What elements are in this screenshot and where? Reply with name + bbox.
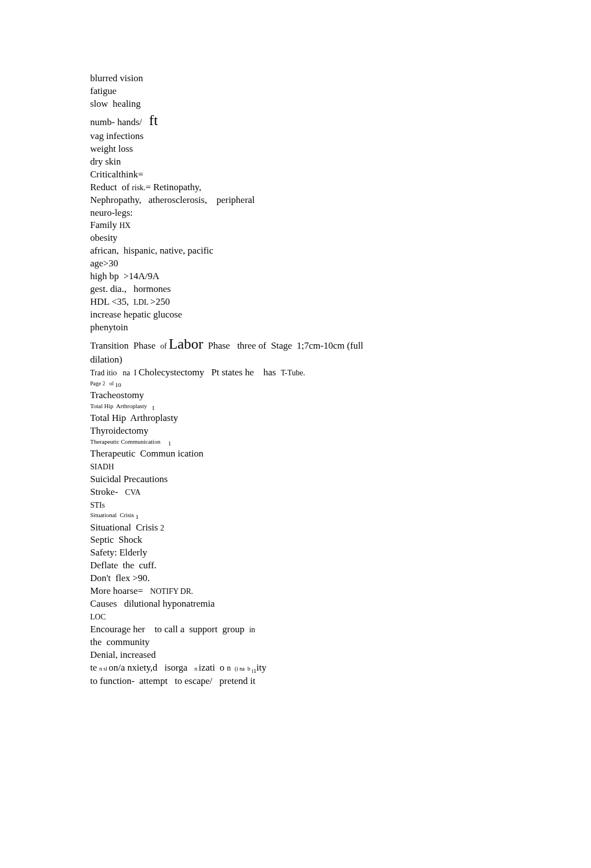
text-segment: escape/ [185,676,220,686]
list-item-text: age>30 [90,257,118,270]
text-segment: 1 [168,440,171,447]
text-segment: to function- attempt to [90,676,185,686]
text-segment: Therapeutic Communication [90,438,168,445]
text-segment: Cholecystectomy [139,367,211,378]
list-item-text: phenytoin [90,321,128,334]
list-item-text: Deflate the cuff. [90,559,156,572]
text-segment: HDL <35, [90,296,134,307]
list-item-text: vag infections [90,130,144,143]
text-segment: states he has [221,367,280,378]
list-item-text: Therapeutic Commun ication [90,448,203,460]
list-item-text: to function- attempt to escape/ pretend … [90,675,255,688]
text-segment: risk. [132,183,146,192]
list-item: weight loss [72,143,591,156]
text-segment: Tracheostomy [90,390,144,400]
text-segment: to [155,624,164,634]
list-item-text: STIs [90,499,105,512]
text-segment: of [160,342,169,350]
text-segment: on/a nxiety,d isorga [109,662,194,673]
list-item: dry skin [72,156,591,168]
text-segment: Labor [169,336,203,352]
list-item-text: increase hepatic glucose [90,309,182,321]
list-item: More hoarse= NOTIFY DR. [72,585,591,598]
text-segment: Phase three of Stage 1;7cm-10cm (full [203,340,363,351]
list-item-text: Septic Shock [90,534,142,547]
text-segment: T-Tube. [280,369,305,377]
list-item: increase hepatic glucose [72,309,591,321]
text-segment: Suicidal Precautions [90,474,168,484]
text-segment: n [195,666,199,672]
list-item-text: Tracheostomy [90,389,144,402]
text-segment: i1 [252,667,257,674]
text-segment: phenytoin [90,322,128,333]
list-item-text: Total Hip Arthroplasty [90,412,178,425]
text-segment: vag [90,131,106,141]
list-item: african, hispanic, native, pacific [72,245,591,257]
text-segment: african, hispanic, native, pacific [90,245,213,256]
list-item: Reduct of risk.= Retinopathy, [72,181,591,194]
text-segment: slow healing [90,98,141,109]
list-item-text: neuro-legs: [90,207,132,220]
text-segment: = Retinopathy, [146,182,201,192]
list-item-text: high bp >14A/9A [90,270,159,283]
text-segment: 1 [136,514,139,520]
text-segment: high bp >14A/9A [90,271,159,281]
list-item-text: Safety: Elderly [90,547,147,559]
list-item: phenytoin [72,321,591,334]
list-item-text: Trad itio na I Cholecystectomy Pt states… [90,366,305,379]
list-item-text: african, hispanic, native, pacific [90,245,213,257]
list-item-text: Thyroidectomy [90,425,149,438]
list-item: te n sl on/a nxiety,d isorga n izati o n… [72,662,591,675]
text-segment: of [122,182,132,192]
list-item-text: Criticalthink= [90,168,144,181]
list-item: Thyroidectomy [72,425,591,438]
list-item-text: slow healing [90,98,141,111]
list-item: blurred vision [72,72,591,85]
list-item-text: Suicidal Precautions [90,473,168,486]
list-item: dilation) [72,354,591,366]
text-segment: ft [149,112,158,128]
text-segment: neuro-legs: [90,207,132,218]
text-segment: Encourage her [90,624,155,634]
text-segment: CVA [125,488,141,497]
text-segment: Page 2 ol [90,380,115,386]
text-segment: Family [90,220,119,230]
text-segment: pretend it [219,676,255,686]
list-item: Denial, increased [72,649,591,662]
text-segment: increase hepatic glucose [90,309,182,320]
text-segment: Septic Shock [90,534,142,545]
text-segment: loss [119,143,133,154]
list-item: to function- attempt to escape/ pretend … [72,675,591,688]
text-segment: Trad itio na I [90,369,139,377]
text-segment: ity [257,662,267,673]
text-segment: SIADH [90,463,114,471]
text-segment: infections [106,131,144,141]
list-item-text: Family HX [90,219,131,232]
list-item: Septic Shock [72,534,591,547]
list-item-text: Therapeutic Communication 1 [90,438,171,448]
list-item-text: Page 2 ol 10 [90,379,121,389]
list-item: vag infections [72,130,591,143]
text-segment: call [164,624,180,634]
text-segment: Reduct [90,182,122,192]
text-segment: 10 [115,381,121,388]
text-segment: obesity [90,232,117,243]
list-item: Tracheostomy [72,389,591,402]
text-segment: Pt [211,367,221,378]
text-segment: n sl [100,666,109,672]
list-item-text: fatigue [90,85,116,98]
text-segment: HX [119,221,130,230]
text-segment: Safety: Elderly [90,547,147,558]
text-segment: (i na b [235,666,252,672]
bulleted-list: blurred visionfatigueslow healingnumb- h… [72,72,591,688]
list-item: slow healing [72,98,591,111]
list-item: Therapeutic Communication 1 [72,438,591,448]
list-item-text: Stroke- CVA [90,486,141,499]
text-segment: gest. dia., hormones [90,284,171,294]
list-item-text: HDL <35, LDL >250 [90,296,170,309]
list-item: Suicidal Precautions [72,473,591,486]
list-item-text: Don't flex >90. [90,572,150,585]
list-item: Transition Phase of Labor Phase three of… [72,334,591,354]
text-segment: weight [90,143,119,154]
list-item-text: Denial, increased [90,649,156,662]
